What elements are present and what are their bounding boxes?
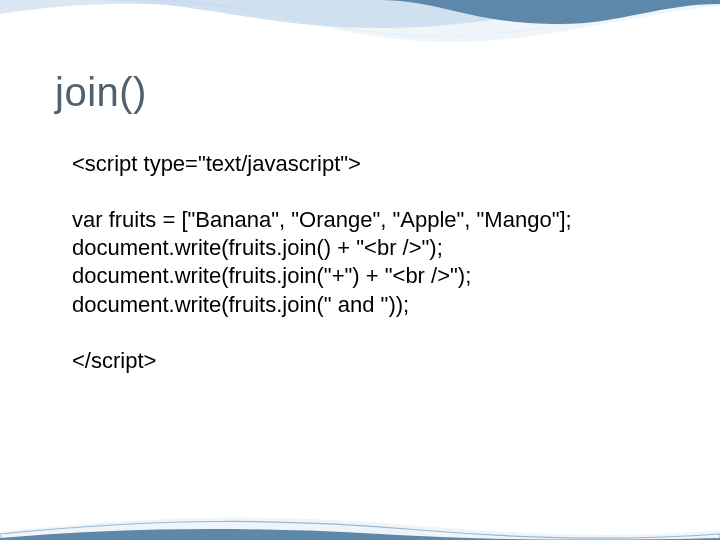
code-line: </script> bbox=[72, 347, 662, 375]
code-line: var fruits = ["Banana", "Orange", "Apple… bbox=[72, 206, 662, 234]
code-block: <script type="text/javascript"> var frui… bbox=[72, 150, 662, 375]
slide: join() <script type="text/javascript"> v… bbox=[0, 0, 720, 540]
code-line: document.write(fruits.join("+") + "<br /… bbox=[72, 262, 662, 290]
slide-title: join() bbox=[55, 70, 147, 115]
code-line: document.write(fruits.join() + "<br />")… bbox=[72, 234, 662, 262]
code-line: document.write(fruits.join(" and ")); bbox=[72, 291, 662, 319]
decorative-top-curve bbox=[0, 0, 720, 54]
code-line: <script type="text/javascript"> bbox=[72, 150, 662, 178]
decorative-bottom-curve bbox=[0, 500, 720, 540]
